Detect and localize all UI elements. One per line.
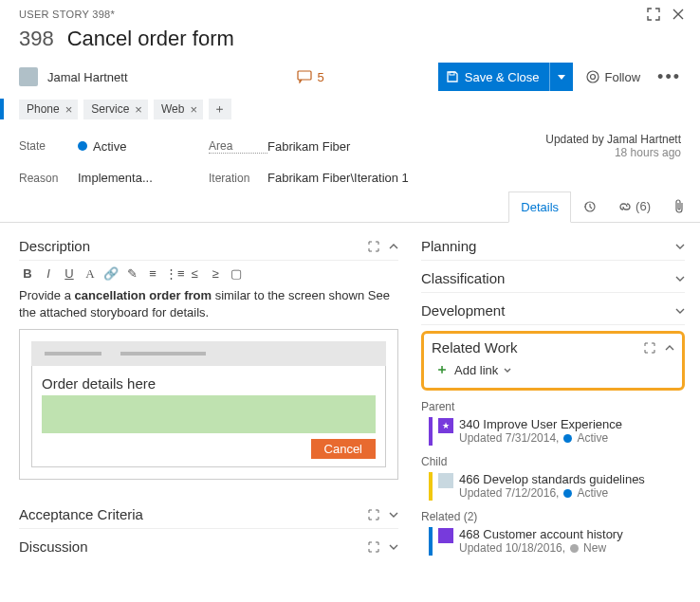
remove-tag-icon[interactable]: × — [135, 102, 142, 117]
chevron-down-icon[interactable] — [389, 512, 398, 518]
work-item-type-icon — [438, 528, 453, 543]
classification-heading[interactable]: Classification — [421, 270, 675, 286]
indent-button[interactable]: ≥ — [207, 266, 224, 282]
related-item-sub: Updated 10/18/2016, New — [459, 541, 623, 555]
rich-text-toolbar: B I U A 🔗 ✎ ≡ ⋮≡ ≤ ≥ ▢ — [19, 261, 398, 287]
related-item-sub: Updated 7/12/2016, Active — [459, 486, 645, 500]
related-item-title: 340 Improve User Experience — [459, 417, 622, 431]
tab-history[interactable] — [571, 192, 607, 221]
image-button[interactable]: ▢ — [228, 266, 245, 282]
outdent-button[interactable]: ≤ — [186, 266, 203, 282]
add-link-button[interactable]: ＋ Add link — [432, 356, 674, 378]
remove-tag-icon[interactable]: × — [65, 102, 73, 117]
work-item-id: 398 — [19, 27, 54, 51]
link-button[interactable]: 🔗 — [102, 266, 120, 282]
chevron-up-icon[interactable] — [389, 244, 398, 249]
save-close-caret[interactable] — [549, 63, 573, 91]
chevron-up-icon[interactable] — [665, 345, 674, 351]
tag-label: Phone — [27, 102, 60, 116]
tag-label: Web — [161, 102, 184, 116]
updated-by: Updated by Jamal Hartnett — [493, 133, 681, 146]
avatar — [19, 67, 38, 86]
related-item[interactable]: ★340 Improve User ExperienceUpdated 7/31… — [429, 417, 685, 446]
tag-service[interactable]: Service× — [83, 100, 148, 119]
related-work-section: Related Work ＋ Add link — [421, 331, 685, 391]
expand-icon[interactable] — [368, 509, 379, 520]
chevron-down-icon[interactable] — [675, 276, 685, 282]
number-list-button[interactable]: ⋮≡ — [165, 266, 182, 282]
reason-value[interactable]: Implementa... — [78, 171, 153, 185]
assignee-name[interactable]: Jamal Hartnett — [47, 70, 128, 84]
tab-attachments[interactable] — [662, 192, 696, 222]
more-actions-button[interactable]: ••• — [654, 72, 685, 82]
font-button[interactable]: A — [82, 266, 99, 282]
bold-button[interactable]: B — [19, 266, 36, 282]
comment-count[interactable]: 5 — [297, 70, 324, 84]
tag-phone[interactable]: Phone× — [19, 100, 78, 119]
related-group-title: Related (2) — [421, 510, 685, 523]
mockup-cancel-button: Cancel — [311, 439, 376, 459]
add-link-label: Add link — [454, 363, 498, 377]
related-work-heading: Related Work — [432, 339, 644, 356]
description-heading: Description — [19, 238, 359, 254]
state-label: State — [19, 139, 78, 153]
tag-web[interactable]: Web× — [154, 100, 203, 119]
plus-icon: ＋ — [435, 361, 449, 378]
area-label: Area — [209, 139, 267, 154]
work-item-type-icon — [438, 473, 453, 488]
clear-format-button[interactable]: ✎ — [123, 266, 140, 282]
comment-count-value: 5 — [318, 70, 324, 84]
iteration-label: Iteration — [209, 172, 267, 185]
chevron-down-icon[interactable] — [389, 544, 398, 550]
svg-rect-1 — [450, 72, 454, 75]
updated-ago: 18 hours ago — [493, 146, 681, 159]
related-item[interactable]: 466 Develop standards guidelinesUpdated … — [429, 472, 685, 501]
iteration-value[interactable]: Fabrikam Fiber\Iteration 1 — [267, 171, 409, 185]
work-item-title[interactable]: Cancel order form — [67, 27, 234, 51]
state-value[interactable]: Active — [78, 139, 126, 154]
discussion-heading: Discussion — [19, 538, 359, 555]
planning-heading[interactable]: Planning — [421, 238, 675, 254]
reason-label: Reason — [19, 172, 78, 185]
chevron-down-icon[interactable] — [675, 308, 685, 314]
related-group-title: Child — [421, 455, 685, 468]
expand-icon[interactable] — [644, 342, 655, 354]
acceptance-heading: Acceptance Criteria — [19, 506, 359, 522]
related-group-title: Parent — [421, 400, 685, 413]
description-text[interactable]: Provide a cancellation order from simila… — [19, 287, 398, 329]
expand-icon[interactable] — [368, 541, 379, 553]
tab-links[interactable]: (6) — [607, 192, 662, 221]
italic-button[interactable]: I — [40, 266, 57, 282]
work-item-type-icon: ★ — [438, 418, 453, 433]
bullet-list-button[interactable]: ≡ — [144, 266, 161, 282]
follow-label: Follow — [605, 70, 641, 84]
svg-point-3 — [590, 75, 595, 80]
svg-rect-0 — [298, 71, 311, 80]
mockup-label: Order details here — [42, 375, 376, 392]
fullscreen-icon[interactable] — [647, 8, 660, 21]
follow-button[interactable]: Follow — [582, 70, 645, 84]
underline-button[interactable]: U — [61, 266, 78, 282]
related-item[interactable]: 468 Customer account historyUpdated 10/1… — [429, 527, 685, 556]
development-heading[interactable]: Development — [421, 302, 675, 319]
add-tag-button[interactable]: ＋ — [209, 99, 231, 119]
area-value[interactable]: Fabrikam Fiber — [267, 139, 350, 154]
chevron-down-icon — [504, 368, 511, 373]
close-icon[interactable] — [672, 8, 685, 21]
svg-point-2 — [587, 71, 599, 82]
tag-label: Service — [91, 102, 129, 116]
save-close-label: Save & Close — [465, 70, 540, 84]
save-close-button[interactable]: Save & Close — [438, 63, 573, 91]
related-item-title: 466 Develop standards guidelines — [459, 472, 645, 486]
related-item-sub: Updated 7/31/2014, Active — [459, 431, 622, 445]
breadcrumb: USER STORY 398* — [19, 9, 115, 20]
tab-links-count: (6) — [636, 199, 651, 213]
tab-details[interactable]: Details — [508, 192, 571, 223]
remove-tag-icon[interactable]: × — [190, 102, 197, 117]
chevron-down-icon[interactable] — [675, 244, 685, 249]
related-item-title: 468 Customer account history — [459, 527, 623, 541]
mockup-image: Order details here Cancel — [19, 329, 398, 480]
expand-icon[interactable] — [368, 241, 379, 252]
